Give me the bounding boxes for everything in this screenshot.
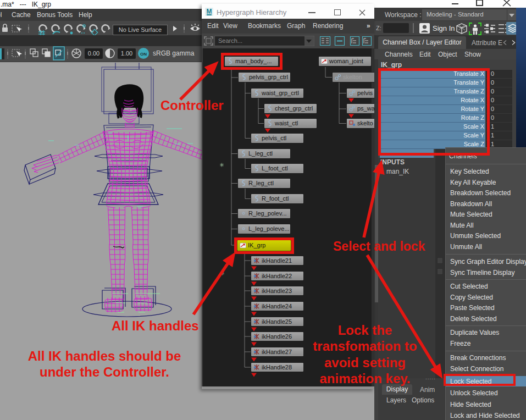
svg-text:ON: ON [140,52,147,57]
svg-text:M: M [207,8,212,15]
